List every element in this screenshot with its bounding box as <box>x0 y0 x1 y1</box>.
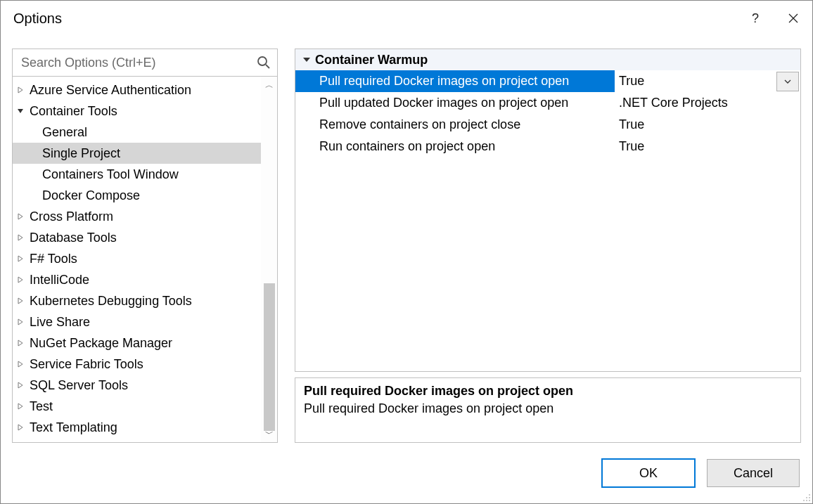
category-tree[interactable]: Azure Service AuthenticationContainer To… <box>13 77 261 442</box>
dialog-footer: OK Cancel <box>1 443 812 503</box>
property-value-cell[interactable]: True <box>615 114 800 136</box>
search-icon <box>256 55 271 70</box>
tree-collapsed-icon <box>17 255 27 262</box>
content-area: Azure Service AuthenticationContainer To… <box>1 36 812 443</box>
property-value-cell[interactable]: .NET Core Projects <box>615 92 800 114</box>
close-button[interactable] <box>774 1 812 36</box>
tree-item[interactable]: Container Tools <box>13 101 261 122</box>
property-row[interactable]: Remove containers on project closeTrue <box>295 114 800 136</box>
tree-item[interactable]: NuGet Package Manager <box>13 332 261 354</box>
tree-collapsed-icon <box>17 213 27 220</box>
cancel-button[interactable]: Cancel <box>707 459 800 487</box>
resize-grip[interactable] <box>801 492 811 502</box>
property-value-label: True <box>619 139 644 154</box>
tree-item-label: SQL Server Tools <box>28 378 128 393</box>
tree-item-label: IntelliCode <box>28 273 89 287</box>
description-body: Pull required Docker images on project o… <box>304 401 792 416</box>
scrollbar-track[interactable] <box>262 93 277 425</box>
tree-item[interactable]: Service Fabric Tools <box>13 354 261 375</box>
property-value-cell[interactable]: True <box>615 136 800 157</box>
tree-item-label: Live Share <box>28 315 90 330</box>
tree-collapsed-icon <box>17 234 27 241</box>
property-row[interactable]: Pull updated Docker images on project op… <box>295 92 800 114</box>
tree-scroll-wrap: Azure Service AuthenticationContainer To… <box>13 77 277 442</box>
property-name-label: Pull required Docker images on project o… <box>319 74 569 89</box>
property-name-cell[interactable]: Run containers on project open <box>295 136 615 157</box>
tree-item-label: Single Project <box>41 146 120 161</box>
svg-point-0 <box>258 57 267 65</box>
svg-point-3 <box>806 497 807 498</box>
tree-item[interactable]: Azure Service Authentication <box>13 79 261 101</box>
help-icon: ? <box>752 11 759 26</box>
tree-item-label: General <box>41 125 87 140</box>
svg-point-5 <box>803 500 805 501</box>
tree-collapsed-icon <box>17 403 27 410</box>
tree-item-label: Text Templating <box>28 420 117 435</box>
scroll-up-button[interactable]: ︿ <box>262 77 277 93</box>
help-button[interactable]: ? <box>736 1 774 36</box>
tree-item[interactable]: IntelliCode <box>13 269 261 290</box>
category-expander-icon <box>302 56 315 64</box>
tree-item[interactable]: Test <box>13 396 261 417</box>
tree-item[interactable]: Kubernetes Debugging Tools <box>13 290 261 311</box>
tree-item-label: F# Tools <box>28 252 77 266</box>
property-name-label: Remove containers on project close <box>319 117 520 132</box>
tree-item[interactable]: F# Tools <box>13 248 261 269</box>
tree-item[interactable]: Containers Tool Window <box>13 164 261 185</box>
chevron-up-icon: ︿ <box>265 79 274 91</box>
tree-item-label: Service Fabric Tools <box>28 357 143 372</box>
tree-collapsed-icon <box>17 318 27 325</box>
tree-item[interactable]: Single Project <box>13 143 261 164</box>
tree-collapsed-icon <box>17 382 27 389</box>
property-name-cell[interactable]: Pull required Docker images on project o… <box>295 70 615 92</box>
tree-item-label: Test <box>28 399 53 414</box>
tree-item[interactable]: General <box>13 122 261 143</box>
tree-item[interactable]: Live Share <box>13 311 261 332</box>
tree-collapsed-icon <box>17 424 27 431</box>
property-value-label: True <box>619 117 644 132</box>
tree-item-label: NuGet Package Manager <box>28 336 172 351</box>
tree-item[interactable]: Cross Platform <box>13 206 261 227</box>
tree-item[interactable]: Text Templating <box>13 417 261 438</box>
property-category-header[interactable]: Container Warmup <box>295 49 800 70</box>
tree-item-label: Web Forms Designer <box>28 441 149 443</box>
ok-button-label: OK <box>639 466 658 481</box>
chevron-down-icon <box>784 79 791 84</box>
tree-item[interactable]: SQL Server Tools <box>13 375 261 396</box>
tree-item-label: Kubernetes Debugging Tools <box>28 294 192 309</box>
description-title: Pull required Docker images on project o… <box>304 384 792 399</box>
cancel-button-label: Cancel <box>734 466 773 481</box>
window-title: Options <box>13 11 736 27</box>
chevron-down-icon: ﹀ <box>265 428 274 440</box>
scrollbar-thumb[interactable] <box>264 283 275 431</box>
search-box[interactable] <box>13 49 277 77</box>
tree-collapsed-icon <box>17 361 27 368</box>
close-icon <box>788 13 798 23</box>
property-grid[interactable]: Container Warmup Pull required Docker im… <box>295 49 801 372</box>
tree-item[interactable]: Web Forms Designer <box>13 438 261 442</box>
tree-collapsed-icon <box>17 86 27 93</box>
tree-item-label: Cross Platform <box>28 209 113 224</box>
left-panel: Azure Service AuthenticationContainer To… <box>12 49 278 443</box>
property-value-cell[interactable]: True <box>615 70 800 92</box>
property-row[interactable]: Run containers on project openTrue <box>295 136 800 157</box>
property-name-label: Pull updated Docker images on project op… <box>319 96 568 110</box>
property-row[interactable]: Pull required Docker images on project o… <box>295 70 800 92</box>
property-name-cell[interactable]: Remove containers on project close <box>295 114 615 136</box>
property-name-cell[interactable]: Pull updated Docker images on project op… <box>295 92 615 114</box>
property-dropdown-button[interactable] <box>776 72 799 91</box>
tree-collapsed-icon <box>17 297 27 304</box>
svg-point-4 <box>809 497 810 498</box>
tree-item[interactable]: Docker Compose <box>13 185 261 206</box>
tree-scrollbar[interactable]: ︿ ﹀ <box>261 77 277 442</box>
scroll-down-button[interactable]: ﹀ <box>262 425 277 442</box>
tree-item[interactable]: Database Tools <box>13 227 261 248</box>
ok-button[interactable]: OK <box>601 458 696 488</box>
titlebar: Options ? <box>1 1 812 36</box>
options-dialog: Options ? Azure Service AuthenticationCo… <box>0 0 813 504</box>
svg-point-2 <box>809 494 810 496</box>
right-panel: Container Warmup Pull required Docker im… <box>295 49 801 443</box>
tree-collapsed-icon <box>17 276 27 283</box>
property-value-label: True <box>619 74 644 89</box>
search-input[interactable] <box>20 55 256 71</box>
